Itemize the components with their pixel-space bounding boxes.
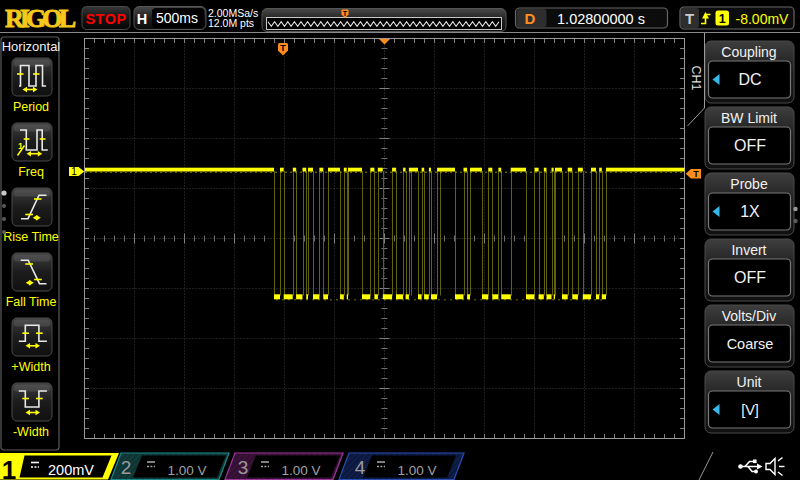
svg-text:3: 3 <box>238 457 249 478</box>
svg-text:1.00 V: 1.00 V <box>281 463 320 478</box>
svg-text:[V]: [V] <box>741 402 759 418</box>
svg-text:2: 2 <box>121 457 132 478</box>
svg-text:Horizontal: Horizontal <box>2 39 61 54</box>
svg-text:Fall Time: Fall Time <box>6 295 57 309</box>
svg-text:Freq: Freq <box>18 165 44 179</box>
svg-text:Rise Time: Rise Time <box>3 230 59 244</box>
svg-text:T: T <box>685 10 694 27</box>
svg-text:Unit: Unit <box>737 374 762 390</box>
svg-text:12.0M pts: 12.0M pts <box>208 17 254 29</box>
svg-text:4: 4 <box>355 457 366 478</box>
svg-text:200mV: 200mV <box>48 462 94 478</box>
svg-text:1: 1 <box>719 12 726 26</box>
svg-text:CH1: CH1 <box>689 65 703 90</box>
svg-text:Probe: Probe <box>730 176 768 192</box>
svg-text:+Width: +Width <box>11 360 50 374</box>
svg-text:500ms: 500ms <box>156 10 198 26</box>
svg-text:DC: DC <box>738 71 761 88</box>
svg-text:D: D <box>525 10 536 27</box>
svg-text:-Width: -Width <box>13 425 49 439</box>
svg-text:Invert: Invert <box>731 242 766 258</box>
svg-text:1X: 1X <box>740 203 760 220</box>
svg-text:Coupling: Coupling <box>721 44 776 60</box>
svg-text:H: H <box>137 11 147 27</box>
svg-text:Coarse: Coarse <box>727 336 774 352</box>
svg-text:BW Limit: BW Limit <box>721 110 777 126</box>
svg-text:1: 1 <box>2 455 16 480</box>
svg-text:1.00 V: 1.00 V <box>167 463 206 478</box>
svg-text:RIGOL: RIGOL <box>5 4 76 33</box>
svg-text:T: T <box>343 10 348 17</box>
svg-text:STOP: STOP <box>85 11 126 27</box>
svg-text:-8.00mV: -8.00mV <box>736 11 790 27</box>
svg-text:T: T <box>280 42 286 53</box>
svg-text:Volts/Div: Volts/Div <box>722 308 776 324</box>
svg-text:OFF: OFF <box>734 137 766 154</box>
svg-text:1.00 V: 1.00 V <box>397 463 436 478</box>
svg-text:OFF: OFF <box>734 269 766 286</box>
svg-text:1.02800000 s: 1.02800000 s <box>557 11 645 27</box>
svg-text:T: T <box>693 169 699 179</box>
svg-text:1: 1 <box>71 166 77 177</box>
svg-text:Period: Period <box>13 100 49 114</box>
